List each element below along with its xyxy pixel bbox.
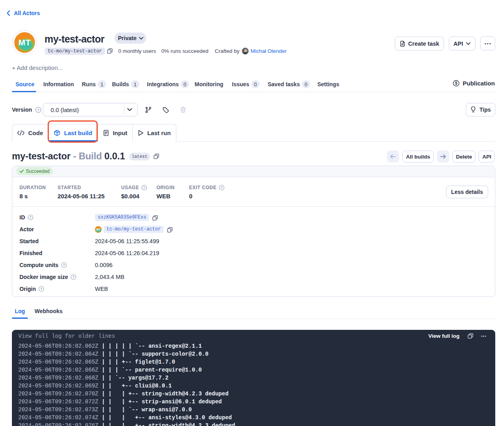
svg-text:?: ? (37, 107, 39, 112)
svg-text:?: ? (143, 186, 145, 190)
svg-text:?: ? (220, 186, 223, 190)
svg-text:?: ? (72, 275, 74, 279)
svg-text:$: $ (455, 81, 458, 85)
svg-text:?: ? (29, 215, 31, 219)
svg-text:?: ? (63, 263, 65, 267)
svg-text:?: ? (41, 287, 42, 291)
